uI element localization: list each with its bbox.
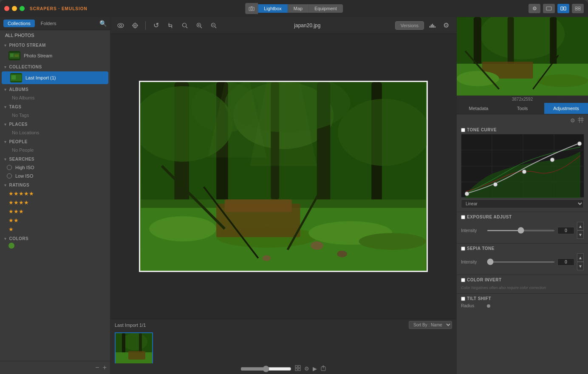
color-invert-checkbox[interactable] — [461, 278, 465, 282]
maximize-button[interactable] — [20, 6, 25, 11]
svg-rect-6 — [578, 7, 580, 8]
camera-icon-btn[interactable] — [245, 3, 258, 14]
ratings-arrow: ▼ — [3, 183, 7, 187]
single-view-btn[interactable] — [543, 4, 555, 13]
photo-stream-header[interactable]: ▼ PHOTO STREAM — [0, 40, 110, 49]
rating-5-stars[interactable]: ★★★★★ — [0, 189, 110, 198]
svg-rect-11 — [10, 54, 14, 57]
svg-line-29 — [186, 26, 188, 28]
exposure-down-btn[interactable]: ▼ — [577, 230, 584, 239]
gear-icon-btn[interactable]: ⚙ — [529, 4, 540, 13]
people-header[interactable]: ▼ PEOPLE — [0, 137, 110, 146]
svg-rect-40 — [433, 25, 434, 28]
svg-point-110 — [577, 142, 582, 146]
svg-point-106 — [465, 192, 469, 196]
panel-tabs: Metadata Tools Adjustments — [457, 103, 588, 114]
tone-curve-canvas[interactable] — [461, 134, 584, 198]
search-high-iso[interactable]: High ISO — [0, 163, 110, 172]
exposure-slider[interactable] — [487, 230, 555, 231]
places-header[interactable]: ▼ PLACES — [0, 119, 110, 128]
adjustments-tab[interactable]: Adjustments — [544, 103, 588, 114]
panel-gear-btn[interactable]: ⚙ — [440, 20, 452, 31]
people-arrow: ▼ — [3, 140, 7, 144]
metadata-tab[interactable]: Metadata — [457, 103, 500, 114]
zoom-in-btn[interactable] — [193, 20, 205, 31]
adj-grid-icon[interactable] — [578, 117, 584, 124]
ratings-header[interactable]: ▼ RATINGS — [0, 180, 110, 189]
rating-4-stars[interactable]: ★★★★ — [0, 198, 110, 207]
play-icon-btn[interactable]: ▶ — [313, 366, 317, 372]
colors-header[interactable]: ▼ COLORS — [0, 234, 110, 243]
svg-rect-41 — [435, 26, 435, 28]
exposure-checkbox[interactable] — [461, 215, 465, 219]
grid-view-btn[interactable] — [572, 4, 584, 13]
refresh-icon-btn[interactable]: ↺ — [150, 20, 162, 31]
tab-folders[interactable]: Folders — [37, 20, 61, 27]
crop-icon-btn[interactable] — [164, 20, 176, 31]
sepia-down-btn[interactable]: ▼ — [577, 262, 584, 270]
toolbar-divider-1 — [145, 21, 146, 30]
low-iso-icon — [7, 173, 12, 178]
rating-2-stars[interactable]: ★★ — [0, 216, 110, 225]
sort-select[interactable]: Sort By : Name — [409, 321, 452, 329]
tags-empty: No Tags — [0, 111, 110, 119]
zoom-actual-btn[interactable] — [179, 20, 191, 31]
sidebar-tabs: Collections Folders 🔍 — [0, 17, 110, 30]
sepia-slider[interactable] — [487, 261, 555, 263]
adj-gear-icon[interactable]: ⚙ — [570, 117, 575, 124]
minus-btn[interactable]: − — [95, 364, 99, 371]
target-icon-btn[interactable] — [129, 20, 141, 31]
color-dot-green[interactable] — [8, 243, 14, 249]
film-thumb-1[interactable] — [115, 332, 153, 363]
eye-icon-btn[interactable] — [115, 20, 127, 31]
sepia-value-input[interactable] — [557, 258, 574, 266]
plus-btn[interactable]: + — [103, 364, 107, 371]
tone-curve-checkbox[interactable] — [461, 128, 465, 132]
histogram-icon-btn[interactable] — [427, 20, 438, 31]
map-btn[interactable]: Map — [288, 4, 308, 13]
searches-header[interactable]: ▼ SEARCHES — [0, 154, 110, 163]
share-icon-btn[interactable] — [320, 365, 326, 372]
main-photo[interactable] — [139, 81, 428, 272]
tools-tab[interactable]: Tools — [500, 103, 544, 114]
sepia-checkbox[interactable] — [461, 246, 465, 251]
rating-1-star[interactable]: ★ — [0, 225, 110, 234]
tags-header[interactable]: ▼ TAGS — [0, 102, 110, 111]
photo-stream-item[interactable]: Photo Stream — [0, 49, 110, 62]
all-photos-item[interactable]: ALL PHOTOS — [0, 30, 110, 40]
zoom-out-btn[interactable] — [208, 20, 220, 31]
panel-section-header: ⚙ — [457, 114, 588, 126]
svg-point-19 — [134, 25, 136, 26]
svg-point-18 — [133, 23, 137, 28]
size-slider[interactable] — [240, 366, 291, 372]
title-bar: SCRAPERS · EMULSION Lightbox Map Equipme… — [0, 0, 588, 17]
close-button[interactable] — [4, 6, 9, 11]
collection-last-import[interactable]: Last Import (1) — [2, 71, 108, 84]
svg-rect-7 — [575, 9, 577, 11]
split-view-btn[interactable] — [557, 4, 569, 13]
lightbox-btn[interactable]: Lightbox — [258, 4, 288, 13]
search-low-iso[interactable]: Low ISO — [0, 172, 110, 180]
grid-icon-btn[interactable] — [295, 365, 301, 372]
sepia-up-btn[interactable]: ▲ — [577, 253, 584, 262]
colors-arrow: ▼ — [3, 237, 7, 241]
search-icon-btn[interactable]: 🔍 — [99, 20, 107, 27]
svg-point-58 — [359, 233, 426, 249]
tab-collections[interactable]: Collections — [3, 20, 35, 27]
settings-icon-btn[interactable]: ⚙ — [304, 366, 309, 372]
equipment-btn[interactable]: Equipment — [308, 4, 343, 13]
exposure-value-input[interactable] — [557, 227, 574, 234]
tilt-shift-checkbox[interactable] — [461, 297, 465, 301]
exposure-up-btn[interactable]: ▲ — [577, 222, 584, 230]
versions-btn[interactable]: Versions — [395, 21, 424, 30]
svg-rect-4 — [564, 7, 566, 10]
rating-3-stars[interactable]: ★★★ — [0, 207, 110, 216]
albums-header[interactable]: ▼ ALBUMS — [0, 85, 110, 94]
viewer-toolbar: ↺ japan20.jpg Versions — [110, 17, 456, 34]
tilt-shift-section: TILT SHIFT Radius — [457, 293, 588, 311]
svg-point-108 — [522, 170, 526, 174]
collections-header[interactable]: ▼ COLLECTIONS — [0, 62, 110, 71]
minimize-button[interactable] — [12, 6, 17, 11]
svg-rect-8 — [578, 9, 580, 11]
curve-preset-select[interactable]: Linear — [461, 199, 584, 208]
